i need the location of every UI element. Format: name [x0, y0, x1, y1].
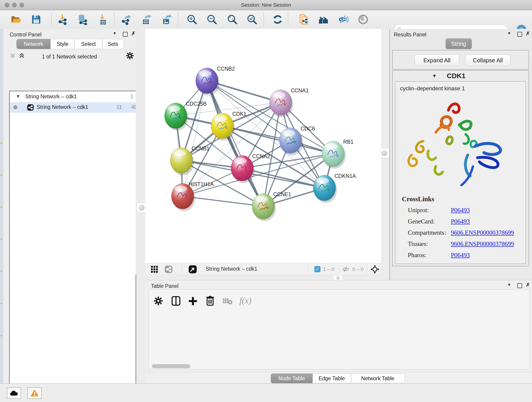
- node-CCNB2[interactable]: [196, 68, 220, 96]
- toolbar-separator: [288, 13, 288, 26]
- crosslink-link[interactable]: P06493: [451, 207, 470, 214]
- vertical-splitter-left[interactable]: [136, 29, 145, 275]
- crosslink-row: Tissues:9606.ENSP00000378699: [408, 240, 522, 248]
- node-CDC6[interactable]: [279, 128, 303, 155]
- control-panel-menu-icon[interactable]: ▼: [113, 31, 117, 36]
- control-panel-float-icon[interactable]: [123, 32, 128, 37]
- edge-CCNB2-HIST1H1A[interactable]: [183, 81, 207, 196]
- crosslinks-heading: CrossLinks: [402, 195, 434, 203]
- tab-network-table[interactable]: Network Table: [351, 374, 405, 383]
- navigator-icon[interactable]: [188, 265, 197, 274]
- splitter-handle[interactable]: [137, 203, 146, 212]
- save-session-icon[interactable]: [31, 14, 42, 25]
- control-panel-close-icon[interactable]: ✗: [131, 30, 136, 37]
- table-panel-float-icon[interactable]: [517, 283, 522, 288]
- tab-select[interactable]: Select: [75, 39, 102, 49]
- zoom-selected-icon[interactable]: [247, 14, 258, 25]
- open-session-icon[interactable]: [11, 14, 22, 25]
- zoom-in-icon[interactable]: [186, 14, 197, 25]
- network-options-gear-icon[interactable]: [126, 52, 134, 60]
- node-RB1[interactable]: [322, 141, 346, 169]
- selected-counts: 1 – 0: [323, 266, 334, 272]
- tab-sets-label: Sets: [108, 41, 118, 47]
- function-builder-icon: f(x): [239, 295, 252, 306]
- node-CCNA2[interactable]: [231, 155, 255, 183]
- node-CDKN1A[interactable]: [313, 175, 337, 203]
- export-network-icon[interactable]: [121, 14, 132, 25]
- collapse-all-button[interactable]: Collapse All: [465, 55, 510, 66]
- network-share-view-icon[interactable]: [165, 265, 173, 274]
- tab-sets[interactable]: Sets: [102, 39, 124, 49]
- tab-network[interactable]: Network: [17, 39, 51, 49]
- vertical-splitter-right[interactable]: [381, 29, 389, 280]
- edge-CCNB2-CCNE1[interactable]: [207, 81, 263, 206]
- results-panel-menu-icon[interactable]: ▼: [507, 31, 511, 36]
- show-all-icon[interactable]: [358, 14, 369, 25]
- node-CDK1[interactable]: [211, 113, 235, 141]
- cloud-status-button[interactable]: [7, 387, 21, 399]
- node-label-RB1: RB1: [343, 139, 354, 145]
- crosslink-label: Tissues:: [408, 240, 451, 248]
- edge-CDK1-RB1[interactable]: [222, 126, 333, 154]
- delete-column-icon[interactable]: [206, 295, 215, 306]
- add-column-icon[interactable]: [188, 296, 198, 306]
- tab-network-label: Network: [24, 41, 43, 47]
- export-image-icon[interactable]: [161, 14, 172, 25]
- expand-all-button[interactable]: Expand All: [415, 55, 459, 66]
- background-window-dot: [1, 142, 2, 144]
- grid-view-icon[interactable]: [151, 266, 158, 273]
- node-label-CDK1: CDK1: [232, 111, 246, 117]
- fit-content-crosshair-icon[interactable]: [370, 265, 380, 274]
- crosslink-link[interactable]: P06493: [451, 218, 470, 225]
- clone-network-icon[interactable]: [298, 14, 309, 25]
- toolbar-separator: [178, 13, 178, 26]
- tab-edge-table[interactable]: Edge Table: [312, 374, 351, 383]
- node-label-CCNA2: CCNA2: [252, 153, 270, 159]
- warning-status-button[interactable]: [27, 387, 42, 399]
- results-panel-float-icon[interactable]: [517, 32, 522, 37]
- node-CCNE1[interactable]: [252, 193, 276, 221]
- horizontal-splitter[interactable]: [145, 275, 381, 280]
- export-table-icon[interactable]: [141, 14, 152, 25]
- splitter-handle[interactable]: [334, 275, 342, 281]
- crosslink-row: Pharos:P06493: [408, 252, 522, 259]
- string-network-icon: [27, 104, 34, 111]
- gene-name: CDK1: [447, 72, 466, 80]
- network-canvas[interactable]: CCNB2CCNA1CDC25BCDK1CDC6RB1CCNB1CCNA2CDK…: [145, 29, 381, 263]
- table-panel-close-icon[interactable]: ✗: [526, 282, 530, 288]
- collection-expander-icon[interactable]: ▼: [16, 94, 20, 99]
- tab-style[interactable]: Style: [51, 39, 75, 49]
- import-table-icon[interactable]: [97, 14, 108, 25]
- show-columns-icon[interactable]: [171, 296, 181, 306]
- crosslink-link[interactable]: 9606.ENSP00000378699: [451, 229, 514, 236]
- crosslink-link[interactable]: P06493: [451, 252, 470, 259]
- network-collection-row[interactable]: ▼ String Network – cdk1 1: [10, 92, 136, 102]
- toolbar-separator: [367, 265, 367, 274]
- crosslink-link[interactable]: 9606.ENSP00000378699: [451, 240, 514, 248]
- zoom-out-icon[interactable]: [206, 14, 217, 25]
- import-network-database-icon[interactable]: [77, 14, 88, 25]
- node-CDC25B[interactable]: [165, 103, 188, 131]
- first-neighbors-icon[interactable]: [318, 14, 329, 25]
- hide-selected-icon[interactable]: [338, 14, 349, 25]
- zoom-fit-icon[interactable]: [227, 14, 238, 25]
- import-network-file-icon[interactable]: [57, 14, 68, 25]
- tab-network-table-label: Network Table: [361, 375, 394, 382]
- results-actions-box: Expand All Collapse All: [392, 50, 529, 70]
- results-panel-close-icon[interactable]: ✗: [526, 30, 530, 37]
- selected-checkbox[interactable]: ✓: [314, 266, 321, 272]
- table-panel-menu-icon[interactable]: ▼: [507, 283, 511, 287]
- warning-icon: [30, 389, 39, 397]
- table-options-gear-icon[interactable]: [154, 296, 163, 306]
- network-row-label: String Network – cdk1: [37, 104, 88, 110]
- splitter-handle[interactable]: [380, 148, 389, 158]
- horizontal-scrollbar[interactable]: [152, 364, 190, 368]
- divider: [145, 372, 532, 372]
- tab-node-table[interactable]: Node Table: [271, 374, 312, 383]
- network-row-selected[interactable]: String Network – cdk1 11 48: [10, 102, 136, 113]
- tab-string[interactable]: String: [446, 38, 472, 49]
- node-CCNA1[interactable]: [269, 89, 293, 117]
- gene-expander-icon[interactable]: ▼: [432, 73, 437, 79]
- apply-layout-icon[interactable]: [272, 14, 283, 25]
- node-label-HIST1H1A: HIST1H1A: [189, 181, 214, 187]
